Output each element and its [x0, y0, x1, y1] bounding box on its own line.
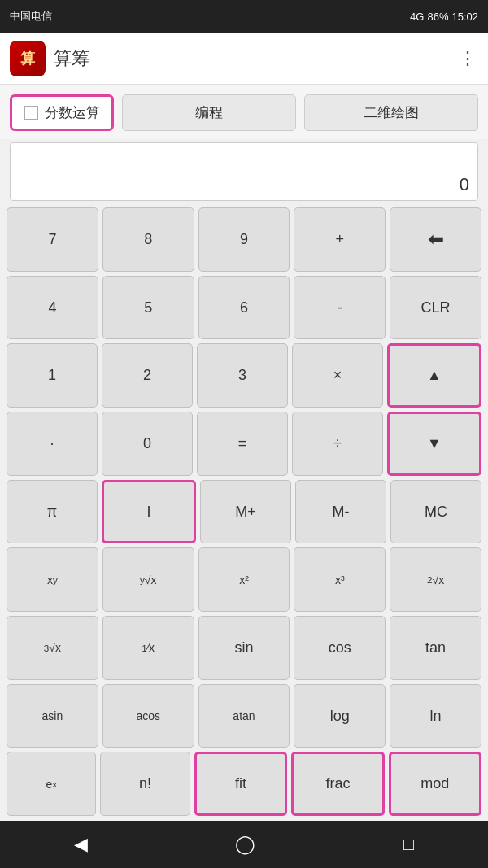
btn-pi[interactable]: π	[7, 480, 98, 544]
btn-yroot-x[interactable]: y√x	[102, 547, 194, 612]
nav-home-button[interactable]: ◯	[219, 827, 272, 861]
btn-minus[interactable]: -	[294, 276, 386, 340]
btn-acos[interactable]: acos	[102, 684, 194, 748]
btn-equals[interactable]: =	[197, 412, 288, 476]
btn-reciprocal[interactable]: 1⁄x	[102, 616, 194, 680]
btn-sin[interactable]: sin	[198, 616, 290, 680]
btn-backspace[interactable]: ⬅	[390, 207, 481, 272]
btn-down[interactable]: ▼	[387, 412, 481, 476]
fraction-checkbox[interactable]	[24, 106, 38, 120]
btn-mod[interactable]: mod	[389, 752, 481, 816]
calculator-body: 7 8 9 + ⬅ 4 5 6 - CLR 1 2 3 × ▲ · 0 = ÷ …	[0, 207, 488, 821]
display-area: 0	[10, 142, 478, 201]
btn-0[interactable]: 0	[102, 412, 193, 476]
btn-4[interactable]: 4	[7, 276, 98, 340]
btn-atan[interactable]: atan	[198, 684, 290, 748]
btn-row-2: 4 5 6 - CLR	[7, 276, 481, 340]
btn-i[interactable]: I	[102, 480, 196, 544]
btn-tan[interactable]: tan	[390, 616, 481, 680]
app-title-area: 算 算筹	[10, 41, 89, 76]
btn-row-3: 1 2 3 × ▲	[7, 343, 481, 408]
battery-text: 86%	[427, 11, 448, 23]
btn-5[interactable]: 5	[102, 276, 194, 340]
time-text: 15:02	[451, 11, 478, 23]
btn-exp[interactable]: ex	[7, 752, 96, 816]
btn-7[interactable]: 7	[7, 207, 98, 272]
btn-1[interactable]: 1	[7, 343, 98, 408]
app-icon: 算	[10, 41, 46, 76]
btn-dot[interactable]: ·	[7, 412, 98, 476]
btn-log[interactable]: log	[294, 684, 386, 748]
mode-area: 分数运算 编程 二维绘图	[0, 85, 488, 139]
nav-back-button[interactable]: ◀	[58, 827, 104, 861]
status-right: 4G 86% 15:02	[410, 11, 478, 23]
display-value: 0	[460, 174, 469, 195]
btn-x-cubed[interactable]: x³	[294, 547, 386, 612]
btn-xy-power[interactable]: xy	[7, 547, 98, 612]
menu-icon[interactable]: ⋮	[459, 48, 478, 69]
btn-up[interactable]: ▲	[387, 343, 481, 408]
btn-row-7: 3√x 1⁄x sin cos tan	[7, 616, 481, 680]
fraction-mode-toggle[interactable]: 分数运算	[10, 94, 114, 131]
btn-sqrt2[interactable]: 2√x	[390, 547, 481, 612]
btn-3[interactable]: 3	[197, 343, 288, 408]
fraction-label: 分数运算	[45, 103, 100, 122]
btn-fit[interactable]: fit	[194, 752, 287, 816]
btn-row-8: asin acos atan log ln	[7, 684, 481, 748]
btn-cos[interactable]: cos	[294, 616, 386, 680]
btn-mc[interactable]: MC	[390, 480, 481, 544]
app-bar: 算 算筹 ⋮	[0, 33, 488, 85]
graph2d-mode-button[interactable]: 二维绘图	[304, 94, 478, 131]
btn-9[interactable]: 9	[198, 207, 290, 272]
btn-multiply[interactable]: ×	[292, 343, 383, 408]
carrier-text: 中国电信	[10, 9, 52, 24]
btn-x-squared[interactable]: x²	[198, 547, 290, 612]
btn-mplus[interactable]: M+	[200, 480, 291, 544]
btn-row-1: 7 8 9 + ⬅	[7, 207, 481, 272]
btn-frac[interactable]: frac	[291, 752, 384, 816]
btn-row-9: ex n! fit frac mod	[7, 752, 481, 816]
btn-row-4: · 0 = ÷ ▼	[7, 412, 481, 476]
btn-cbrt[interactable]: 3√x	[7, 616, 98, 680]
btn-divide[interactable]: ÷	[292, 412, 383, 476]
nav-recents-button[interactable]: □	[387, 827, 430, 861]
btn-mminus[interactable]: M-	[295, 480, 386, 544]
app-icon-text: 算	[20, 49, 35, 68]
programming-mode-button[interactable]: 编程	[122, 94, 296, 131]
btn-6[interactable]: 6	[198, 276, 290, 340]
bottom-nav: ◀ ◯ □	[0, 821, 488, 868]
signal-text: 4G	[410, 11, 424, 23]
btn-clr[interactable]: CLR	[390, 276, 481, 340]
btn-8[interactable]: 8	[102, 207, 194, 272]
status-bar: 中国电信 4G 86% 15:02	[0, 0, 488, 33]
btn-plus[interactable]: +	[294, 207, 386, 272]
btn-2[interactable]: 2	[102, 343, 193, 408]
btn-row-6: xy y√x x² x³ 2√x	[7, 547, 481, 612]
btn-ln[interactable]: ln	[390, 684, 481, 748]
btn-row-5: π I M+ M- MC	[7, 480, 481, 544]
app-title: 算筹	[54, 46, 89, 71]
btn-asin[interactable]: asin	[7, 684, 98, 748]
btn-factorial[interactable]: n!	[100, 752, 190, 816]
